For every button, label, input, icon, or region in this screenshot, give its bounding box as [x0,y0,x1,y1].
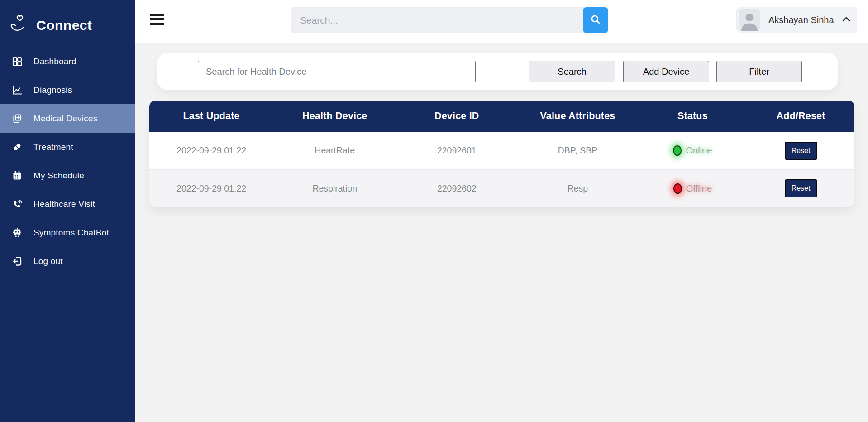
cell-last-update: 2022-09-29 01:22 [149,145,273,156]
sidebar-nav: Dashboard Diagnosis Medical Devices [0,47,135,275]
sidebar-item-label: Dashboard [33,57,76,67]
sidebar-item-medical-devices[interactable]: Medical Devices [0,104,135,133]
sidebar-item-treatment[interactable]: Treatment [0,133,135,161]
chevron-up-icon [842,16,850,24]
status-badge: Online [686,145,712,156]
col-status: Status [638,110,747,122]
logout-icon [12,256,23,267]
sidebar-item-healthcare-visit[interactable]: Healthcare Visit [0,190,135,218]
cell-device-id: 22092602 [396,183,517,194]
sidebar-item-label: Diagnosis [33,85,72,95]
phone-icon [12,199,23,210]
global-search-input[interactable] [291,7,588,33]
sidebar-item-my-schedule[interactable]: My Schedule [0,161,135,190]
cell-last-update: 2022-09-29 01:22 [149,183,273,194]
cell-status: Offline [638,183,747,194]
hand-heart-icon [9,14,29,36]
col-device-id: Device ID [396,110,517,122]
cell-health-device: HeartRate [273,145,396,156]
device-search-button[interactable]: Search [529,61,615,82]
status-online-dot-icon [673,145,682,156]
device-search-input[interactable] [198,61,476,82]
sidebar: Connect Dashboard Diagnosis [0,0,135,422]
cell-health-device: Respiration [273,183,396,194]
table-row: 2022-09-29 01:22 HeartRate 22092601 DBP,… [149,132,854,169]
table-header-row: Last Update Health Device Device ID Valu… [149,101,854,132]
dashboard-grid-icon [12,56,23,67]
sidebar-item-label: My Schedule [33,171,84,181]
add-device-button[interactable]: Add Device [623,61,709,82]
col-health-device: Health Device [273,110,396,122]
medical-records-icon [12,113,23,124]
user-name: Akshayan Sinha [768,15,834,25]
user-menu[interactable]: Akshayan Sinha [736,7,857,33]
robot-icon [12,227,23,238]
col-value-attributes: Value Attributes [517,110,638,122]
sidebar-item-dashboard[interactable]: Dashboard [0,47,135,76]
line-chart-icon [12,85,23,96]
sidebar-item-diagnosis[interactable]: Diagnosis [0,76,135,104]
cell-status: Online [638,145,747,156]
sidebar-item-label: Treatment [33,142,73,152]
global-search [291,7,608,33]
cell-device-id: 22092601 [396,145,517,156]
reset-device-button[interactable]: Reset [785,179,817,197]
status-badge: Offline [686,183,712,194]
device-table: Last Update Health Device Device ID Valu… [149,101,854,207]
avatar [739,9,760,31]
pill-icon [12,142,23,153]
topbar: Akshayan Sinha [135,0,868,43]
app-title: Connect [36,18,92,33]
cell-value-attributes: DBP, SBP [517,145,638,156]
table-row: 2022-09-29 01:22 Respiration 22092602 Re… [149,169,854,207]
calendar-icon [12,170,23,181]
global-search-button[interactable] [583,7,608,33]
status-offline-dot-icon [673,183,682,194]
hamburger-menu-icon[interactable] [150,14,164,25]
sidebar-item-logout[interactable]: Log out [0,247,135,275]
app-logo[interactable]: Connect [0,0,135,40]
sidebar-item-label: Medical Devices [33,114,97,124]
sidebar-item-label: Symptoms ChatBot [33,228,109,238]
sidebar-item-symptoms-chatbot[interactable]: Symptoms ChatBot [0,218,135,247]
reset-device-button[interactable]: Reset [785,142,817,160]
filter-button[interactable]: Filter [716,61,802,82]
col-last-update: Last Update [149,110,273,122]
col-add-reset: Add/Reset [747,110,854,122]
sidebar-item-label: Log out [33,256,63,266]
search-icon [590,14,601,27]
cell-value-attributes: Resp [517,183,638,194]
device-toolbar-card: Search Add Device Filter [157,53,838,90]
sidebar-item-label: Healthcare Visit [33,199,95,209]
